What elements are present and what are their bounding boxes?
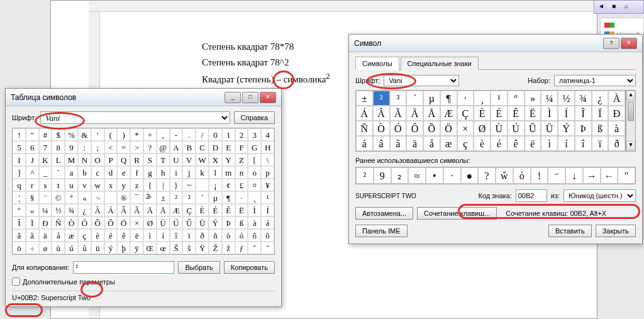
symbol-cell[interactable]: Ë [525,106,541,121]
char-cell[interactable]: ¼ [39,204,52,216]
char-cell[interactable]: _ [39,166,52,179]
symbol-cell[interactable]: â [373,136,390,151]
recent-cell[interactable]: • [426,167,443,184]
char-cell[interactable]: E [222,141,235,154]
char-cell[interactable]: 5 [13,141,26,154]
char-cell[interactable]: £ [235,179,248,191]
char-cell[interactable]: Ë [235,204,248,216]
symbol-cell[interactable]: Ç [457,106,474,121]
symbol-cell[interactable]: Ý [558,121,575,136]
char-cell[interactable]: ¿ [78,204,91,216]
char-cell[interactable]: ë [130,229,143,242]
symbol-cell[interactable]: ¹ [491,91,508,106]
char-cell[interactable] [196,179,209,191]
char-cell[interactable]: p [261,166,274,179]
char-cell[interactable]: × [130,216,143,229]
char-cell[interactable]: é [104,229,118,242]
char-cell[interactable]: ¨ [39,191,52,204]
recent-cell[interactable]: ₂ [391,167,409,184]
char-cell[interactable]: ã [26,229,39,242]
char-cell[interactable]: Û [182,216,196,229]
char-cell[interactable]: Q [117,154,130,166]
symbol-cell[interactable]: ´ [406,91,423,106]
char-cell[interactable]: o [248,166,261,179]
char-cell[interactable]: @ [157,141,170,154]
close-button[interactable]: ✕ [260,92,276,103]
char-cell[interactable]: / [196,128,209,141]
symbol-cell[interactable]: À [608,91,625,106]
char-cell[interactable]: h [157,166,170,179]
char-cell[interactable]: - [170,128,183,141]
recent-cell[interactable]: " [618,167,635,184]
char-cell[interactable]: } [170,179,183,191]
symbol-cell[interactable]: ¾ [575,91,592,106]
char-cell[interactable]: ñ [209,229,222,242]
char-cell[interactable]: { [143,179,157,191]
symbol-cell[interactable]: Æ [440,106,457,121]
close-button[interactable]: Закрыть [596,225,636,237]
char-cell[interactable]: § [26,191,39,204]
char-cell[interactable]: C [196,141,209,154]
char-cell[interactable]: ¡ [209,179,222,191]
char-cell[interactable]: f [130,166,143,179]
font-select[interactable]: Vani [40,111,230,124]
char-cell[interactable]: J [26,154,39,166]
subset-select[interactable]: латиница-1 [554,75,636,86]
char-cell[interactable]: Y [222,154,235,166]
char-cell[interactable]: [ [248,154,261,166]
char-cell[interactable]: ¬ [91,191,104,204]
char-cell[interactable]: A [170,141,183,154]
scroll-down-icon[interactable]: ▼ [626,141,635,151]
select-button[interactable]: Выбрать [178,261,219,274]
symbol-cell[interactable]: Ø [474,121,491,136]
char-cell[interactable]: ï [182,229,196,242]
symbol-cell[interactable]: Ö [440,121,457,136]
char-cell[interactable]: · [235,191,248,204]
char-cell[interactable]: r [26,179,39,191]
char-cell[interactable]: ä [39,229,52,242]
char-cell[interactable]: \ [261,154,274,166]
char-cell[interactable]: ; [91,141,104,154]
char-cell[interactable]: â [13,229,26,242]
char-cell[interactable]: ô [248,229,261,242]
char-cell[interactable]: 0 [209,128,222,141]
char-cell[interactable]: ½ [52,204,65,216]
symbol-cell[interactable]: ³ [390,91,407,106]
recent-cell[interactable]: 9 [374,167,391,184]
char-cell[interactable]: b [78,166,91,179]
recent-cell[interactable]: ← [601,167,618,184]
help-button[interactable]: Справка [234,111,275,124]
char-cell[interactable]: ¹ [261,191,274,204]
symbol-titlebar[interactable]: Символ ? ✕ [349,35,642,52]
char-cell[interactable]: õ [261,229,274,242]
char-cell[interactable]: Ü [196,216,209,229]
char-cell[interactable]: ¸ [248,191,261,204]
char-cell[interactable]: Ú [170,216,183,229]
char-cell[interactable]: & [78,128,91,141]
char-cell[interactable]: ¤ [248,179,261,191]
char-cell[interactable]: < [104,141,118,154]
char-cell[interactable]: K [39,154,52,166]
symbol-cell[interactable]: Ô [406,121,423,136]
char-cell[interactable]: í [157,229,170,242]
char-cell[interactable]: k [196,166,209,179]
char-cell[interactable]: ˜ [261,242,274,254]
char-cell[interactable]: © [52,191,65,204]
recent-cell[interactable]: ? [478,167,496,184]
char-cell[interactable]: à [248,216,261,229]
char-cell[interactable]: 8 [52,141,65,154]
symbol-cell[interactable]: · [457,91,474,106]
char-cell[interactable]: Þ [222,216,235,229]
copy-button[interactable]: Копировать [224,261,275,274]
char-cell[interactable]: ® [117,191,130,204]
char-cell[interactable]: Ã [130,204,143,216]
char-cell[interactable]: ! [13,128,26,141]
char-cell[interactable]: º [13,204,26,216]
char-cell[interactable]: g [143,166,157,179]
recent-cell[interactable]: → [583,167,601,184]
char-cell[interactable]: ö [13,242,26,254]
char-cell[interactable]: Ç [182,204,196,216]
char-cell[interactable]: , [157,128,170,141]
recent-cell[interactable]: ! [531,167,548,184]
minimize-button[interactable]: _ [225,92,241,103]
